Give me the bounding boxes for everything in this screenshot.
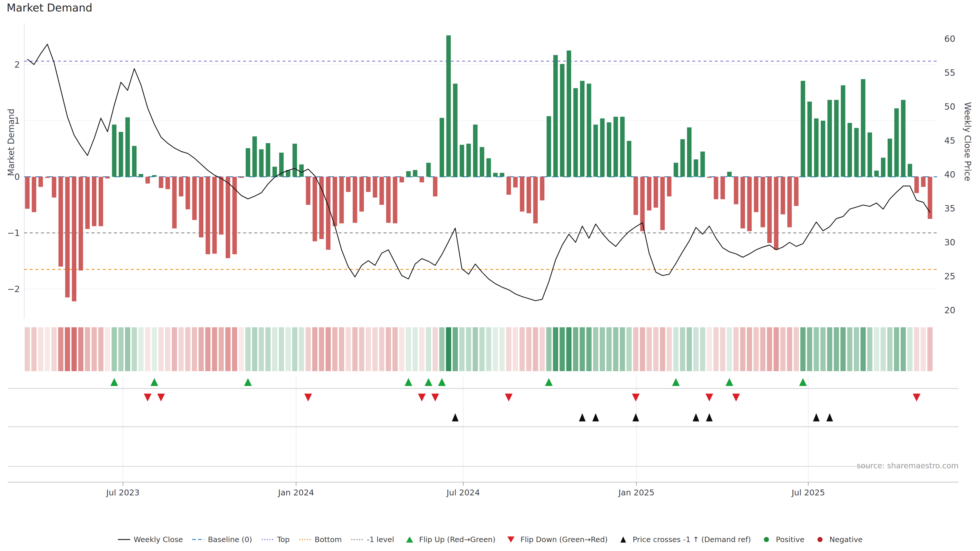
heatmap-cell — [834, 327, 839, 371]
heatmap-cell — [513, 327, 518, 371]
legend-item-label: Baseline (0) — [208, 535, 252, 544]
demand-bar — [707, 177, 712, 178]
heatmap-cell — [105, 327, 110, 371]
x-axis-tick: Jul 2023 — [106, 488, 140, 497]
source-attribution: source: sharemaestro.com — [857, 461, 959, 470]
heatmap-cell — [620, 327, 625, 371]
flip-down-marker — [913, 394, 921, 402]
demand-bar — [794, 177, 799, 206]
flip-up-marker — [545, 378, 553, 386]
demand-bar — [788, 177, 792, 227]
heatmap-cell — [219, 327, 224, 371]
heatmap-cell — [372, 327, 377, 371]
demand-bar — [38, 177, 43, 187]
demand-bar — [660, 177, 665, 230]
left-axis-tick: 1 — [14, 116, 20, 126]
demand-bar — [79, 177, 83, 270]
demand-bar — [393, 177, 397, 224]
legend-item-8: Positive — [759, 535, 804, 544]
heatmap-cell — [560, 327, 565, 371]
demand-bar — [186, 177, 190, 210]
x-axis-tick: Jan 2024 — [278, 488, 314, 497]
x-axis-tick: Jan 2025 — [618, 488, 654, 497]
demand-bar — [332, 177, 337, 226]
heatmap-cell — [38, 327, 43, 371]
demand-bar — [339, 177, 344, 224]
demand-bar — [848, 123, 852, 177]
heatmap-cell — [32, 327, 37, 371]
demand-bar — [607, 122, 611, 177]
heatmap-cell — [760, 327, 765, 371]
heatmap-cell — [299, 327, 304, 371]
heatmap-cell — [138, 327, 143, 371]
demand-bar — [252, 137, 257, 177]
heatmap-cell — [526, 327, 531, 371]
demand-bar — [386, 177, 391, 223]
flip-up-marker — [425, 378, 432, 386]
demand-bar — [125, 118, 130, 177]
flip-up-marker — [672, 378, 679, 386]
heatmap-cell — [587, 327, 592, 371]
heatmap-cell — [65, 327, 70, 371]
heatmap-cell — [633, 327, 638, 371]
legend-item-label: Weekly Close — [134, 535, 183, 544]
price-cross-marker — [592, 413, 599, 421]
demand-bar — [854, 128, 859, 177]
heatmap-cell — [225, 327, 231, 371]
demand-bar — [380, 177, 384, 205]
demand-bar — [680, 139, 685, 177]
legend-item-3: Bottom — [298, 535, 342, 544]
demand-bar — [781, 177, 785, 214]
heatmap-cell — [25, 327, 30, 371]
demand-bar — [92, 177, 97, 226]
demand-bar — [627, 141, 632, 177]
heatmap-cell — [914, 327, 919, 371]
demand-bar — [774, 177, 779, 250]
demand-bar — [152, 175, 157, 177]
legend-item-4: -1 level — [350, 535, 394, 544]
heatmap-cell — [345, 327, 351, 371]
price-cross-marker — [632, 413, 639, 421]
heatmap-cell — [814, 327, 819, 371]
right-axis-tick: 35 — [944, 203, 955, 213]
heatmap-cell — [286, 327, 291, 371]
flip-up-marker — [725, 378, 733, 386]
demand-bar — [480, 147, 484, 177]
heatmap-cell — [807, 327, 812, 371]
flip-down-marker — [431, 394, 439, 402]
heatmap-cell — [199, 327, 204, 371]
heatmap-cell — [192, 327, 197, 371]
heatmap-cell — [486, 327, 491, 371]
heatmap-cell — [520, 327, 525, 371]
heatmap-cell — [386, 327, 391, 371]
heatmap-cell — [165, 327, 170, 371]
heatmap-cell — [412, 327, 417, 371]
demand-bar — [867, 132, 872, 177]
flip-down-marker — [157, 394, 165, 402]
heatmap-cell — [379, 327, 384, 371]
heatmap-cell — [326, 327, 331, 371]
heatmap-cell — [125, 327, 130, 371]
demand-bar — [507, 177, 511, 195]
heatmap-cell — [773, 327, 779, 371]
demand-bar — [313, 177, 317, 241]
demand-bar — [139, 174, 143, 177]
heatmap-cell — [747, 327, 752, 371]
demand-bar — [533, 177, 538, 224]
demand-bar — [767, 177, 772, 243]
heatmap-cell — [579, 327, 585, 371]
demand-bar — [928, 177, 932, 219]
demand-bar — [821, 121, 825, 177]
price-line — [27, 44, 930, 301]
heatmap-cell — [111, 327, 117, 371]
heatmap-cell — [399, 327, 404, 371]
legend-item-label: -1 level — [367, 535, 394, 544]
heatmap-cell — [172, 327, 177, 371]
legend-item-9: Negative — [813, 535, 862, 544]
heatmap-cell — [433, 327, 438, 371]
heatmap-cell — [118, 327, 124, 371]
heatmap-cell — [460, 327, 465, 371]
flip-down-marker — [505, 394, 512, 402]
demand-bar — [453, 84, 458, 177]
flip-up-marker — [151, 378, 158, 386]
